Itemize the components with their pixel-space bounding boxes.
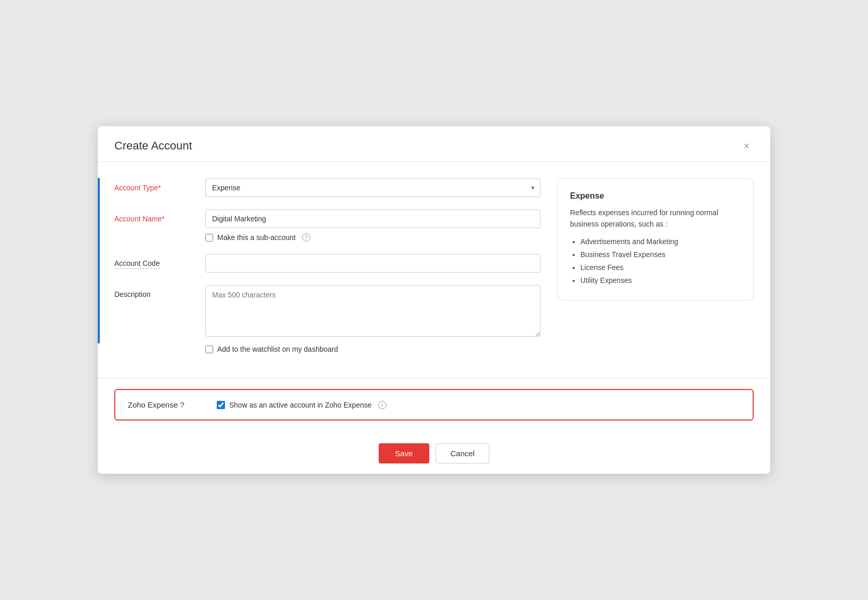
watchlist-checkbox[interactable] xyxy=(205,346,213,353)
account-code-control xyxy=(205,254,541,273)
sub-account-row: Make this a sub-account ? xyxy=(205,233,541,242)
close-button[interactable]: × xyxy=(739,139,754,153)
sub-account-label: Make this a sub-account xyxy=(217,233,296,242)
zoho-checkbox-row: Show as an active account in Zoho Expens… xyxy=(217,401,386,409)
account-code-row: Account Code xyxy=(114,254,541,273)
save-button[interactable]: Save xyxy=(379,443,429,463)
form-section: Account Type* Expense Income Asset Liabi… xyxy=(114,178,541,366)
info-panel-list: Advertisements and Marketing Business Tr… xyxy=(570,235,741,288)
account-type-select-wrapper: Expense Income Asset Liability Equity ▾ xyxy=(205,178,541,197)
list-item: Business Travel Expenses xyxy=(580,248,741,261)
help-icon[interactable]: ? xyxy=(302,233,310,242)
cancel-button[interactable]: Cancel xyxy=(436,443,490,463)
zoho-label: Zoho Expense ? xyxy=(128,400,200,409)
modal-header: Create Account × xyxy=(98,126,770,162)
zoho-section: Zoho Expense ? Show as an active account… xyxy=(98,389,770,433)
info-panel-title: Expense xyxy=(570,191,741,201)
watchlist-label: Add to the watchlist on my dashboard xyxy=(217,345,338,353)
account-name-control: Make this a sub-account ? xyxy=(205,209,541,242)
modal-title: Create Account xyxy=(114,139,192,153)
account-code-input[interactable] xyxy=(205,254,541,273)
modal-footer: Save Cancel xyxy=(98,433,770,474)
zoho-info-icon[interactable]: i xyxy=(378,401,386,409)
zoho-box: Zoho Expense ? Show as an active account… xyxy=(114,389,754,421)
account-name-input[interactable] xyxy=(205,209,541,228)
list-item: License Fees xyxy=(580,261,741,274)
description-textarea[interactable] xyxy=(205,285,541,337)
list-item: Utility Expenses xyxy=(580,274,741,287)
account-code-label: Account Code xyxy=(114,254,197,269)
watchlist-row: Add to the watchlist on my dashboard xyxy=(205,345,541,353)
zoho-checkbox-label: Show as an active account in Zoho Expens… xyxy=(229,401,372,409)
description-row: Description Add to the watchlist on my d… xyxy=(114,285,541,353)
account-type-select[interactable]: Expense Income Asset Liability Equity xyxy=(205,178,541,197)
description-control: Add to the watchlist on my dashboard xyxy=(205,285,541,353)
zoho-active-checkbox[interactable] xyxy=(217,401,225,409)
account-type-row: Account Type* Expense Income Asset Liabi… xyxy=(114,178,541,197)
left-accent-bar xyxy=(98,178,100,343)
account-name-row: Account Name* Make this a sub-account ? xyxy=(114,209,541,242)
divider xyxy=(98,378,770,379)
info-panel: Expense Reflects expenses incurred for r… xyxy=(557,178,754,301)
list-item: Advertisements and Marketing xyxy=(580,235,741,248)
sub-account-checkbox[interactable] xyxy=(205,234,213,242)
description-label: Description xyxy=(114,285,197,298)
account-name-label: Account Name* xyxy=(114,209,197,223)
account-type-label: Account Type* xyxy=(114,178,197,192)
info-panel-description: Reflects expenses incurred for running n… xyxy=(570,207,741,230)
create-account-modal: Create Account × Account Type* Expense I… xyxy=(98,126,770,474)
modal-body: Account Type* Expense Income Asset Liabi… xyxy=(98,162,770,378)
account-type-control: Expense Income Asset Liability Equity ▾ xyxy=(205,178,541,197)
